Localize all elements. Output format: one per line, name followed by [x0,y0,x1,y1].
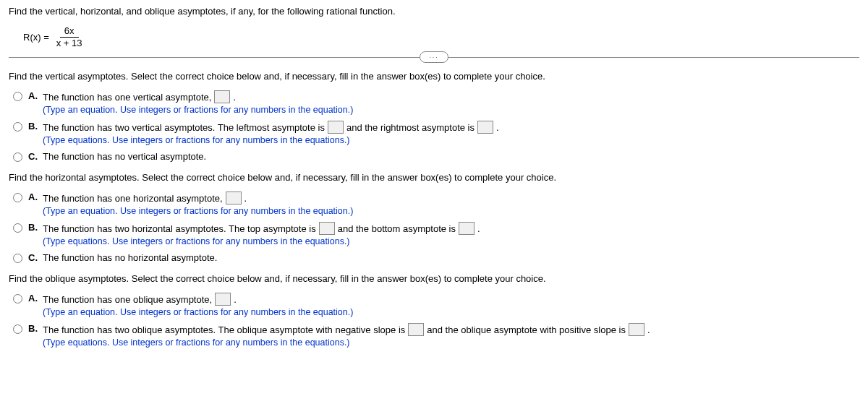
oblique-b-mid: and the oblique asymptote with positive … [427,324,626,335]
choice-letter-a: A. [28,90,43,101]
choice-letter-b: B. [28,222,43,233]
choice-letter-a: A. [28,191,43,202]
equation: R(x) = 6x x + 13 [23,25,859,48]
vertical-a-text: The function has one vertical asymptote, [43,92,211,103]
equation-fraction: 6x x + 13 [52,25,87,48]
equation-numerator: 6x [60,25,79,38]
period: . [477,223,480,234]
oblique-radio-b[interactable] [13,324,22,334]
vertical-radio-b[interactable] [13,122,22,132]
oblique-choice-a[interactable]: A. The function has one oblique asymptot… [13,293,859,317]
horizontal-choice-a[interactable]: A. The function has one horizontal asymp… [13,191,859,216]
vertical-radio-a[interactable] [13,92,22,101]
vertical-a-hint: (Type an equation. Use integers or fract… [43,105,353,115]
equation-denominator: x + 13 [52,38,87,49]
horizontal-b-hint: (Type equations. Use integers or fractio… [43,236,480,246]
oblique-b-pre: The function has two oblique asymptotes.… [43,324,405,335]
period: . [496,122,499,133]
horizontal-radio-c[interactable] [13,254,22,263]
vertical-choice-b[interactable]: B. The function has two vertical asympto… [13,121,859,145]
horizontal-b-pre: The function has two horizontal asymptot… [43,223,316,234]
oblique-a-text: The function has one oblique asymptote, [43,294,212,305]
horizontal-choice-c[interactable]: C. The function has no horizontal asympt… [13,252,859,263]
period: . [234,294,237,305]
vertical-b-mid: and the rightmost asymptote is [346,122,475,133]
equation-lhs: R(x) = [23,32,49,43]
horizontal-a-hint: (Type an equation. Use integers or fract… [43,206,353,216]
oblique-a-input[interactable] [215,293,231,306]
horizontal-radio-b[interactable] [13,223,22,233]
choice-letter-c: C. [28,151,43,162]
vertical-prompt: Find the vertical asymptotes. Select the… [9,71,859,82]
oblique-a-hint: (Type an equation. Use integers or fract… [43,307,353,317]
horizontal-c-text: The function has no horizontal asymptote… [43,252,217,263]
vertical-b-hint: (Type equations. Use integers or fractio… [43,135,499,145]
horizontal-b-input-1[interactable] [319,222,335,235]
oblique-choice-b[interactable]: B. The function has two oblique asymptot… [13,323,859,348]
period: . [647,324,650,335]
horizontal-choice-b[interactable]: B. The function has two horizontal asymp… [13,222,859,246]
horizontal-a-input[interactable] [226,191,242,205]
horizontal-a-text: The function has one horizontal asymptot… [43,193,223,204]
period: . [244,193,247,204]
oblique-radio-a[interactable] [13,294,22,304]
oblique-b-hint: (Type equations. Use integers or fractio… [43,337,650,348]
period: . [233,92,236,103]
horizontal-radio-a[interactable] [13,193,22,202]
vertical-b-input-1[interactable] [328,121,344,134]
horizontal-b-input-2[interactable] [459,222,475,235]
vertical-c-text: The function has no vertical asymptote. [43,151,206,162]
choice-letter-a: A. [28,293,43,304]
oblique-b-input-1[interactable] [408,323,424,336]
divider: ··· [9,57,859,58]
choice-letter-c: C. [28,252,43,263]
choice-letter-b: B. [28,121,43,132]
vertical-b-input-2[interactable] [477,121,493,134]
horizontal-prompt: Find the horizontal asymptotes. Select t… [9,172,859,183]
choice-letter-b: B. [28,323,43,334]
vertical-choice-a[interactable]: A. The function has one vertical asympto… [13,90,859,115]
oblique-prompt: Find the oblique asymptotes. Select the … [9,273,859,284]
vertical-choice-c[interactable]: C. The function has no vertical asymptot… [13,151,859,162]
vertical-b-pre: The function has two vertical asymptotes… [43,122,325,133]
oblique-b-input-2[interactable] [629,323,644,336]
more-button[interactable]: ··· [420,51,448,63]
horizontal-b-mid: and the bottom asymptote is [338,223,456,234]
vertical-radio-c[interactable] [13,152,22,162]
problem-intro: Find the vertical, horizontal, and obliq… [9,6,859,17]
vertical-a-input[interactable] [214,90,230,103]
